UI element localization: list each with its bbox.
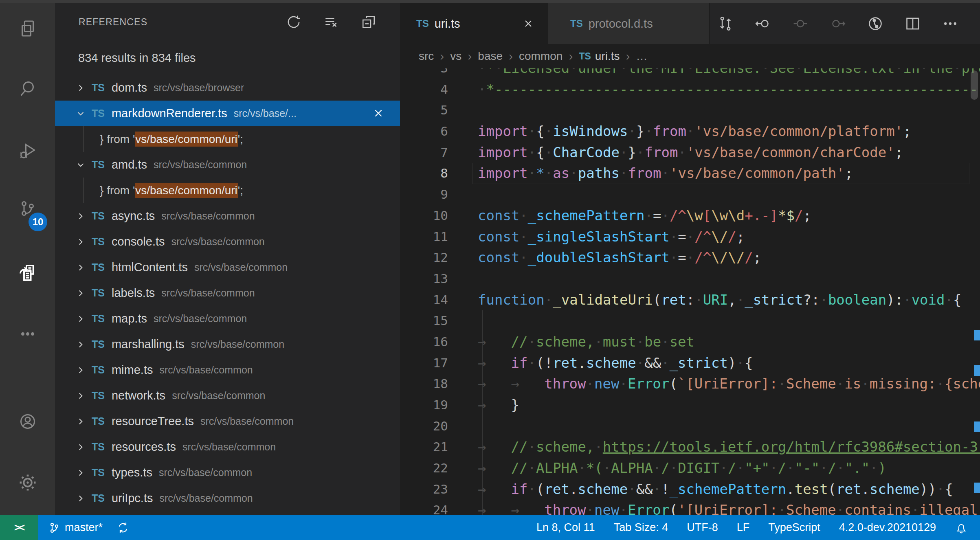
sync-button[interactable] — [116, 521, 130, 534]
line-number[interactable]: 10 — [400, 205, 478, 226]
line-number[interactable]: 15 — [400, 310, 478, 331]
reference-file-row[interactable]: TSresourceTree.tssrc/vs/base/common — [55, 408, 400, 434]
line-number[interactable]: 16 — [400, 331, 478, 353]
reference-file-row[interactable]: TShtmlContent.tssrc/vs/base/common — [55, 255, 400, 280]
line-number[interactable]: 18 — [400, 373, 478, 395]
previous-reference-icon[interactable] — [754, 15, 771, 32]
timeline-icon[interactable] — [867, 15, 884, 32]
typescript-version[interactable]: 4.2.0-dev.20210129 — [839, 521, 936, 534]
code-line[interactable]: 24→→throw·new·Error('[UriError]:·Scheme·… — [400, 500, 980, 515]
search-icon[interactable] — [0, 79, 55, 99]
line-number[interactable]: 6 — [400, 121, 478, 142]
code-editor[interactable]: 3·*·Licensed·under·the·MIT·License.·See·… — [400, 68, 980, 515]
eol[interactable]: LF — [737, 521, 750, 534]
code-line[interactable]: 6import·{·isWindows·}·from·'vs/base/comm… — [400, 121, 980, 142]
code-line[interactable]: 13 — [400, 268, 980, 290]
notifications-bell-icon[interactable] — [955, 521, 968, 534]
chevron-right-icon[interactable] — [75, 493, 87, 504]
chevron-right-icon[interactable] — [75, 83, 87, 93]
chevron-right-icon[interactable] — [75, 468, 87, 478]
line-number[interactable]: 20 — [400, 416, 478, 437]
reference-file-row[interactable]: TSamd.tssrc/vs/base/common — [55, 152, 400, 178]
line-number[interactable]: 5 — [400, 100, 478, 121]
tab-size[interactable]: Tab Size: 4 — [614, 521, 668, 534]
reference-file-row[interactable]: TSdom.tssrc/vs/base/browser — [55, 75, 400, 101]
reference-file-row[interactable]: TStypes.tssrc/vs/base/common — [55, 460, 400, 485]
more-views-icon[interactable] — [0, 324, 55, 344]
references-icon[interactable] — [0, 263, 55, 283]
close-icon[interactable] — [523, 18, 534, 29]
chevron-right-icon[interactable] — [75, 391, 87, 401]
reference-file-row[interactable]: TSnetwork.tssrc/vs/base/common — [55, 383, 400, 408]
chevron-right-icon[interactable] — [75, 237, 87, 247]
refresh-icon[interactable] — [286, 14, 302, 30]
line-number[interactable]: 23 — [400, 479, 478, 500]
code-line[interactable]: 8import·*·as·paths·from·'vs/base/common/… — [400, 163, 980, 184]
reference-file-row[interactable]: TSuriIpc.tssrc/vs/base/common — [55, 485, 400, 511]
line-number[interactable]: 14 — [400, 290, 478, 311]
line-number[interactable]: 12 — [400, 247, 478, 268]
reference-file-row[interactable]: TSmime.tssrc/vs/base/common — [55, 357, 400, 383]
line-number[interactable]: 17 — [400, 353, 478, 374]
remote-indicator[interactable]: >< — [0, 515, 38, 540]
reference-file-row[interactable]: TSresources.tssrc/vs/base/common — [55, 434, 400, 460]
branch-indicator[interactable]: master* — [48, 521, 103, 534]
code-line[interactable]: 12const·_doubleSlashStart·=·/^\/\//; — [400, 247, 980, 268]
line-number[interactable]: 7 — [400, 142, 478, 163]
reference-file-row[interactable]: TSconsole.tssrc/vs/base/common — [55, 229, 400, 255]
reference-file-row[interactable]: TSasync.tssrc/vs/base/common — [55, 203, 400, 229]
code-line[interactable]: 21→//·scheme,·https://tools.ietf.org/htm… — [400, 437, 980, 458]
tab-uri-ts[interactable]: TS uri.ts — [400, 3, 548, 44]
code-line[interactable]: 14function·_validateUri(ret:·URI,·_stric… — [400, 290, 980, 311]
reference-result-row[interactable]: } from 'vs/base/common/uri'; — [55, 126, 400, 152]
code-line[interactable]: 4·*-------------------------------------… — [400, 79, 980, 100]
breadcrumb-item-symbol[interactable]: … — [636, 50, 648, 63]
language-mode[interactable]: TypeScript — [768, 521, 820, 534]
chevron-right-icon[interactable] — [75, 288, 87, 299]
code-line[interactable]: 22→//·ALPHA·*(·ALPHA·/·DIGIT·/·"+"·/·"-"… — [400, 458, 980, 479]
line-number[interactable]: 13 — [400, 268, 478, 290]
line-number[interactable]: 11 — [400, 226, 478, 248]
collapse-all-icon[interactable] — [360, 14, 377, 30]
cursor-position[interactable]: Ln 8, Col 11 — [536, 521, 595, 534]
reference-file-row[interactable]: TSmap.tssrc/vs/base/common — [55, 306, 400, 331]
next-reference-icon[interactable] — [829, 15, 846, 32]
more-actions-icon[interactable] — [942, 15, 959, 32]
settings-gear-icon[interactable] — [0, 473, 55, 492]
reference-file-row[interactable]: TSlabels.tssrc/vs/base/common — [55, 280, 400, 306]
chevron-right-icon[interactable] — [75, 442, 87, 452]
encoding[interactable]: UTF-8 — [687, 521, 718, 534]
dismiss-icon[interactable] — [372, 107, 385, 119]
chevron-down-icon[interactable] — [75, 108, 87, 119]
code-line[interactable]: 3·*·Licensed·under·the·MIT·License.·See·… — [400, 68, 980, 79]
chevron-right-icon[interactable] — [75, 262, 87, 273]
line-number[interactable]: 19 — [400, 395, 478, 416]
chevron-right-icon[interactable] — [75, 339, 87, 350]
source-control-icon[interactable] — [0, 199, 55, 218]
open-changes-icon[interactable] — [717, 15, 734, 32]
breadcrumb-item[interactable]: base — [478, 50, 503, 63]
code-line[interactable]: 17→if·(!ret.scheme·&&·_strict)·{ — [400, 353, 980, 374]
line-number[interactable]: 21 — [400, 437, 478, 458]
clear-all-icon[interactable] — [323, 14, 339, 30]
code-line[interactable]: 15 — [400, 310, 980, 331]
split-editor-icon[interactable] — [904, 15, 921, 32]
code-line[interactable]: 20 — [400, 416, 980, 437]
line-number[interactable]: 22 — [400, 458, 478, 479]
run-and-debug-icon[interactable] — [0, 141, 55, 160]
reference-file-row[interactable]: TSmarshalling.tssrc/vs/base/common — [55, 331, 400, 357]
code-line[interactable]: 16→//·scheme,·must·be·set — [400, 331, 980, 353]
line-number[interactable]: 8 — [400, 163, 478, 184]
chevron-right-icon[interactable] — [75, 416, 87, 427]
code-line[interactable]: 9 — [400, 184, 980, 205]
chevron-right-icon[interactable] — [75, 211, 87, 222]
scrollbar-thumb[interactable] — [971, 70, 978, 100]
code-line[interactable]: 11const·_singleSlashStart·=·/^\//; — [400, 226, 980, 248]
line-number[interactable]: 4 — [400, 79, 478, 100]
explorer-icon[interactable] — [0, 19, 55, 38]
line-number[interactable]: 9 — [400, 184, 478, 205]
line-number[interactable]: 24 — [400, 500, 478, 515]
code-line[interactable]: 5 — [400, 100, 980, 121]
chevron-right-icon[interactable] — [75, 365, 87, 375]
breadcrumb-item[interactable]: src — [419, 50, 434, 63]
